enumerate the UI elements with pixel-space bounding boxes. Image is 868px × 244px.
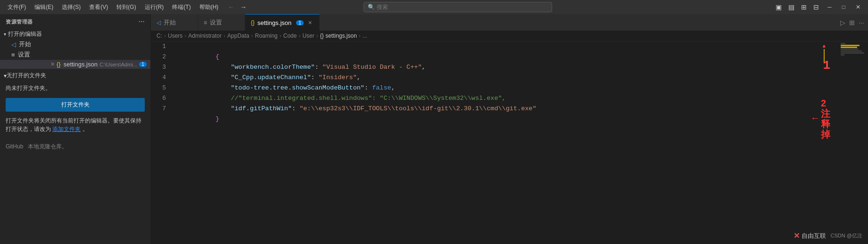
tab-settings[interactable]: ≡ 设置 [198,14,245,31]
breadcrumb-ellipsis[interactable]: ... [363,33,367,39]
add-folder-link[interactable]: 添加文件夹 [52,126,81,132]
breadcrumb-user[interactable]: User [302,33,314,39]
line-num-4: 4 [151,73,166,83]
tab-settings-icon: ≡ [204,19,207,26]
layout-icon-2[interactable]: ▤ [786,2,796,12]
more-actions-icon[interactable]: ··· [859,19,864,26]
menu-goto[interactable]: 转到(G) [113,2,140,12]
tab-settings-json-label: settings.json [257,19,291,26]
menu-file[interactable]: 文件(F) [4,2,30,12]
menu-select[interactable]: 选择(S) [58,2,84,12]
minimize-button[interactable]: ─ [824,3,835,11]
breadcrumb-sep-3: › [223,33,225,39]
split-editor-icon[interactable]: ⊞ [849,19,855,26]
sidebar-header: 资源管理器 ··· [0,14,150,29]
open-editors-section[interactable]: ▾ 打开的编辑器 [0,29,150,39]
menu-view[interactable]: 查看(V) [85,2,112,12]
settings-icon: ≡ [11,51,15,58]
tab-start-label: 开始 [164,18,176,27]
sidebar-start-label: 开始 [19,40,31,49]
line-numbers: 1 2 3 4 5 6 7 [151,41,170,244]
key-c-cpp-update-channel: "C_Cpp.updateChannel" [231,74,311,81]
breadcrumb-appdata[interactable]: AppData [227,33,249,39]
close-button[interactable]: ✕ [852,3,864,11]
open-folder-button[interactable]: 打开文件夹 [6,98,145,112]
github-desc: 本地克隆仓库。 [28,143,67,150]
breadcrumb-users[interactable]: Users [168,33,182,39]
no-open-folder-section[interactable]: ▾ 无打开的文件夹 [0,69,150,81]
breadcrumb-settings-json[interactable]: {} settings.json [320,33,357,39]
maximize-button[interactable]: □ [838,3,849,11]
breadcrumb-code[interactable]: Code [283,33,297,39]
github-section: GitHub 本地克隆仓库。 [0,141,150,153]
open-folder-description: 打开文件夹将关闭所有当前打开的编辑器。要使其保持打开状态，请改为 添加文件夹 。 [6,116,145,133]
menu-run[interactable]: 运行(R) [141,2,168,12]
tab-start[interactable]: ◁ 开始 [151,14,198,31]
no-open-folder-label: 无打开的文件夹 [7,72,46,80]
key-idf-git-path-win: "idf.gitPathWin" [231,105,292,112]
menu-help[interactable]: 帮助(H) [196,2,223,12]
start-icon: ◁ [11,41,16,48]
tabs-bar-right-icons: ▷ ⊞ ··· [840,14,868,31]
open-brace: { [215,53,219,60]
no-folder-msg: 尚未打开文件夹。 [6,84,145,92]
nav-arrows: ← → [226,2,248,12]
breadcrumb-c[interactable]: C: [157,33,162,39]
sidebar-item-settings-json[interactable]: ✕ {} settings.json C:\Users\Admi... 1 [0,60,150,69]
open-folder-desc2: 。 [83,126,88,132]
minimap-line-3 [841,47,857,48]
watermark-brand-text: 自由互联 [802,232,826,240]
tab-settings-json[interactable]: {} settings.json 1 ✕ [245,14,320,31]
breadcrumb: C: › Users › Administrator › AppData › R… [151,31,868,41]
layout-icon-4[interactable]: ⊟ [811,2,821,12]
run-code-icon[interactable]: ▷ [840,19,845,26]
nav-back-icon[interactable]: ← [226,2,236,12]
breadcrumb-sep-1: › [164,33,166,39]
chevron-down-icon: ▾ [4,32,6,37]
sidebar-item-start[interactable]: ◁ 开始 [0,39,150,49]
menu-edit[interactable]: 编辑(E) [31,2,57,12]
layout-icon-1[interactable]: ▣ [774,2,784,12]
key-todo-tree: "todo-tree.tree.showScanModeButton" [231,84,364,91]
line-num-1: 1 [151,41,166,52]
close-brace: } [215,115,219,122]
annotation-2-group: ← 2 注释掉 [812,98,830,139]
annotation-2-text: 2 注释掉 [821,98,830,139]
settings-json-badge: 1 [139,62,147,67]
search-icon: 🔍 [368,4,375,10]
search-bar[interactable]: 🔍 [364,2,552,12]
minimap-line-4 [841,49,859,50]
code-line-2: "workbench.colorTheme": "Visual Studio D… [177,52,840,62]
sidebar-item-settings[interactable]: ≡ 设置 [0,49,150,60]
val-todo-tree: false [372,84,391,91]
search-input[interactable] [377,4,548,10]
breadcrumb-administrator[interactable]: Administrator [188,33,222,39]
sidebar-settings-label: 设置 [18,50,30,59]
editor-area: ◁ 开始 ≡ 设置 {} settings.json 1 ✕ ▷ ⊞ ··· C… [151,14,868,244]
open-editors-label: 打开的编辑器 [8,30,42,38]
code-editor[interactable]: 1 2 3 4 5 6 7 { "workbench.colorTheme": … [151,41,868,244]
line-num-3: 3 [151,62,166,73]
sidebar-settings-json-label: settings.json [64,61,98,68]
watermark-brand-icon: ✕ [794,231,800,240]
breadcrumb-roaming[interactable]: Roaming [255,33,278,39]
breadcrumb-sep-7: › [316,33,318,39]
nav-forward-icon[interactable]: → [238,2,248,12]
val-workbench-color-theme: "Visual Studio Dark - C++" [322,64,422,71]
menu-bar: 文件(F) 编辑(E) 选择(S) 查看(V) 转到(G) 运行(R) 终端(T… [4,2,222,12]
sidebar-options-button[interactable]: ··· [139,18,145,25]
layout-icon-3[interactable]: ⊞ [799,2,809,12]
tab-close-button[interactable]: ✕ [306,19,314,26]
minimap [840,41,868,244]
close-icon[interactable]: ✕ [50,61,55,67]
menu-terminal[interactable]: 终端(T) [168,2,194,12]
annotation-2-arrow-icon: ← [812,114,818,124]
breadcrumb-sep-4: › [251,33,253,39]
comment-terminal-shell: //"terminal.integrated.shell.windows": "… [231,95,505,102]
json-file-icon: {} [57,61,61,68]
annotation-1-arrowhead: ▲ [822,44,826,49]
title-bar: 文件(F) 编辑(E) 选择(S) 查看(V) 转到(G) 运行(R) 终端(T… [0,0,868,14]
minimap-lines [840,41,868,57]
key-workbench-color-theme: "workbench.colorTheme" [231,64,314,71]
line-num-5: 5 [151,83,166,93]
